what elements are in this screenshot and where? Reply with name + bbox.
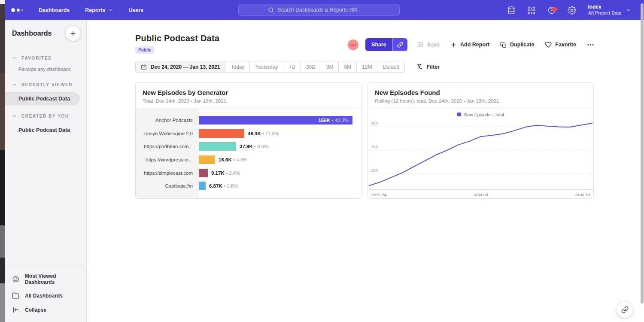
bar-value-label: 156K • 40.3% [318,118,349,123]
quick-range-default[interactable]: Default [377,61,404,72]
share-link-button[interactable] [392,38,407,51]
sidebar-section-created-by-you[interactable]: CREATED BY YOU [5,110,86,122]
quick-range-today[interactable]: Today [225,61,250,72]
sidebar-footer-most-viewed-dashboards[interactable]: Most Viewed Dashboards [5,270,86,289]
project-subtitle: All Project Data [588,10,621,16]
add-report-button[interactable]: Add Report [450,42,489,48]
chevron-down-icon [12,82,17,87]
date-range-group: Dec 24, 2020 — Jan 13, 2021 TodayYesterd… [135,61,405,73]
chevron-down-icon [12,114,17,118]
link-icon [397,42,403,48]
heart-icon [545,41,552,48]
sidebar-title: Dashboards [12,30,52,37]
search-input[interactable] [278,7,370,13]
bar-segment[interactable]: 156K • 40.3% [199,116,352,125]
x-axis-label: JAN 13 [575,192,590,197]
settings-gear-icon[interactable] [568,6,576,15]
legend-label: New Episode - Total [464,112,504,117]
bar-category-label: https://wordpress.or... [146,153,193,167]
quick-range-yesterday[interactable]: Yesterday [250,61,283,72]
apps-grid-icon[interactable] [527,6,536,15]
favorites-empty-note: Favorite any dashboard [5,64,86,79]
global-search[interactable] [238,4,400,16]
background-window-strip [0,0,5,322]
x-axis-label: DEC 24 [371,192,386,197]
bar-value-label: 37.9K • 9.8% [240,144,268,149]
project-switcher[interactable]: Index All Project Data [588,4,631,16]
link-icon [621,306,629,313]
main-content: Public Podcast Data Public RH Share Save… [87,20,644,322]
calendar-icon [141,64,147,70]
line-chart-plot[interactable]: 10K20K30K [369,119,592,189]
quick-range-6m[interactable]: 6M [339,61,357,72]
public-badge: Public [135,46,154,54]
sidebar-section-favorites[interactable]: FAVORITES [5,52,86,64]
favorite-button[interactable]: Favorite [545,41,576,48]
nav-utility-icons: Index All Project Data [507,4,631,16]
quick-range-12m[interactable]: 12M [357,61,377,72]
y-axis-label: 20K [371,144,378,149]
filter-button[interactable]: Filter [416,64,440,70]
card-new-episodes-by-generator[interactable]: New Episodes by Generator Total, Dec 24t… [135,82,361,199]
bar-row-https-podbean-com[interactable]: 37.9K • 9.8% [199,140,361,153]
avatar[interactable]: RH [348,39,358,50]
bar-value-label: 46.3K • 11.9% [248,131,279,136]
card-new-episodes-found[interactable]: New Episodes Found Rolling (12 hours), t… [368,82,594,199]
toolbar: Dec 24, 2020 — Jan 13, 2021 TodayYesterd… [135,61,644,73]
bar-chart: Anchor PodcastsLibsyn WebEngine 2.0https… [136,108,361,198]
sidebar-section-recently-viewed[interactable]: RECENTLY VIEWED [5,79,86,91]
bar-category-label: Captivate.fm [165,179,193,193]
nav-item-dashboards[interactable]: Dashboards [39,7,70,13]
sidebar-footer-all-dashboards[interactable]: All Dashboards [5,289,86,303]
quick-range-30d[interactable]: 30D [301,61,321,72]
line-chart-svg [369,119,592,190]
card-title: New Episodes Found [375,89,586,96]
collapse-left-icon [12,306,19,313]
bar-row-captivate-fm[interactable]: 6.87K • 1.8% [199,179,361,193]
search-icon [268,7,274,13]
nav-item-reports[interactable]: Reports [85,7,113,13]
bar-value-label: 6.87K • 1.8% [209,183,238,188]
sidebar-item-public-podcast-data[interactable]: Public Podcast Data [5,92,80,106]
mixpanel-logo-icon[interactable] [11,8,26,12]
bar-row-https-simplecast-com[interactable]: 9.17K • 2.4% [199,166,361,179]
bar-segment[interactable] [199,182,206,190]
chevron-down-icon [108,8,113,12]
save-button[interactable]: Save [417,41,440,48]
bar-row-https-wordpress-or[interactable]: 16.6K • 4.3% [199,153,361,167]
chevron-down-icon [12,56,17,61]
bar-labels-col: Anchor PodcastsLibsyn WebEngine 2.0https… [136,108,199,198]
nav-item-users[interactable]: Users [128,7,143,13]
help-icon[interactable] [547,6,556,15]
quick-range-3m[interactable]: 3M [321,61,339,72]
quick-range-7d[interactable]: 7D [283,61,301,72]
more-actions-button[interactable] [587,41,594,49]
bar-row-anchor-podcasts[interactable]: 156K • 40.3% [199,114,361,127]
bar-segment[interactable] [199,142,236,151]
funnel-plus-icon [416,64,423,70]
vertical-scrollbar[interactable] [641,3,644,304]
bar-value-label: 16.6K • 4.3% [219,157,247,162]
project-name: Index [588,4,621,10]
bar-row-libsyn-webengine-2-0[interactable]: 46.3K • 11.9% [199,127,361,140]
bar-value-label: 9.17K • 2.4% [211,170,240,176]
bar-segment[interactable] [199,169,208,177]
quick-range-group: TodayYesterday7D30D3M6M12MDefault [225,61,404,72]
copy-link-floating-button[interactable] [617,301,633,318]
plus-icon [450,42,457,48]
data-management-icon[interactable] [507,6,516,15]
sidebar-item-public-podcast-data[interactable]: Public Podcast Data [5,123,86,137]
date-range-picker[interactable]: Dec 24, 2020 — Jan 13, 2021 [136,61,225,72]
bar-segment[interactable] [199,155,215,164]
save-icon [417,41,424,48]
chevron-down-icon [626,7,631,13]
ellipsis-icon [587,41,594,49]
card-subtitle: Total, Dec 24th, 2020 - Jan 13th, 2021 [143,98,354,103]
add-dashboard-button[interactable] [66,26,80,41]
sidebar-footer-collapse[interactable]: Collapse [5,303,86,317]
copy-icon [500,42,507,48]
top-navigation-bar: Dashboards Reports Users Index All Proje… [5,0,644,20]
share-button[interactable]: Share [365,38,392,51]
duplicate-button[interactable]: Duplicate [500,42,534,48]
bar-segment[interactable] [199,129,244,138]
